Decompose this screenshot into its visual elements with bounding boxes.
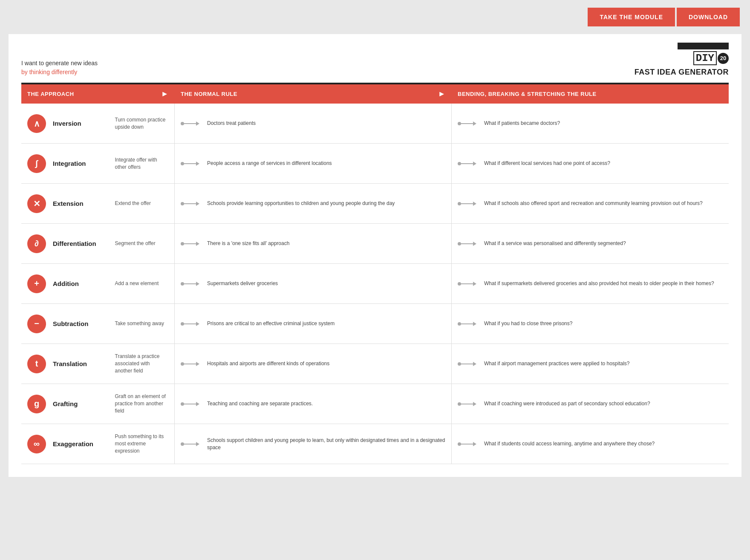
normal-rule-cell: Prisons are critical to an effective cri… [175, 304, 452, 344]
arrowhead-icon [196, 362, 199, 366]
line-icon [184, 404, 196, 404]
line-icon [461, 123, 473, 124]
arrow-connector-left [181, 362, 199, 366]
table-row: ∧ Inversion Turn common practice upside … [21, 104, 729, 144]
bending-text: What if supermarkets delivered groceries… [484, 280, 723, 287]
logo-black-bar [678, 43, 729, 49]
dot-icon [181, 122, 184, 125]
logo-area: DIY 20 FAST IDEA GENERATOR [635, 43, 729, 77]
intro-text: I want to generate new ideas by thinking… [21, 59, 98, 77]
normal-rule-text: Supermarkets deliver groceries [207, 280, 445, 287]
bending-text: What if airport management practices wer… [484, 360, 723, 367]
table-container: THE APPROACH ► THE NORMAL RULE ► BENDING… [9, 84, 741, 464]
arrowhead-icon [196, 242, 199, 246]
bending-cell: What if a service was personalised and d… [452, 224, 729, 263]
line-icon [184, 203, 196, 204]
bending-cell: What if supermarkets delivered groceries… [452, 264, 729, 303]
arrowhead-icon [196, 322, 199, 326]
line-icon [184, 163, 196, 164]
table-row: g Grafting Graft on an element of practi… [21, 384, 729, 424]
line-icon [184, 323, 196, 324]
line-icon [461, 364, 473, 364]
bending-cell: What if patients became doctors? [452, 104, 729, 143]
approach-desc: Extend the offer [113, 200, 169, 207]
normal-rule-cell: Hospitals and airports are different kin… [175, 344, 452, 384]
normal-rule-text: Doctors treat patients [207, 120, 445, 127]
arrowhead-icon [473, 242, 476, 246]
header-area: I want to generate new ideas by thinking… [9, 34, 741, 77]
approach-desc: Add a new element [113, 280, 169, 287]
bending-cell: What if students could access learning, … [452, 424, 729, 464]
approach-cell: ∧ Inversion Turn common practice upside … [21, 104, 175, 143]
arrow-connector-right [458, 362, 476, 366]
arrow-connector-right [458, 242, 476, 246]
normal-rule-text: People access a range of services in dif… [207, 160, 445, 167]
table-row: t Translation Translate a practice assoc… [21, 344, 729, 384]
normal-rule-text: Teaching and coaching are separate pract… [207, 400, 445, 407]
bending-text: What if schools also offered sport and r… [484, 200, 723, 207]
col-header-bending: BENDING, BREAKING & STRETCHING THE RULE [452, 84, 729, 104]
bending-cell: What if airport management practices wer… [452, 344, 729, 384]
arrow-connector-left [181, 162, 199, 166]
table-row: + Addition Add a new element Supermarket… [21, 264, 729, 304]
line-icon [184, 283, 196, 284]
dot-icon [181, 242, 184, 245]
dot-icon [181, 282, 184, 286]
col-header-normal: THE NORMAL RULE ► [175, 84, 452, 104]
arrowhead-icon [196, 162, 199, 166]
approach-name: Extension [53, 200, 107, 207]
normal-rule-cell: People access a range of services in dif… [175, 144, 452, 183]
normal-rule-cell: Schools provide learning opportunities t… [175, 184, 452, 223]
approach-cell: ∫ Integration Integrate offer with other… [21, 144, 175, 183]
dot-icon [458, 362, 461, 366]
arrowhead-icon [473, 442, 476, 446]
top-bar: TAKE THE MODULE DOWNLOAD [0, 0, 750, 34]
table-row: ∞ Exaggeration Push something to its mos… [21, 424, 729, 464]
normal-rule-text: Prisons are critical to an effective cri… [207, 320, 445, 327]
diy-text: DIY [693, 51, 717, 65]
approach-desc: Turn common practice upside down [113, 116, 169, 131]
normal-rule-text: Hospitals and airports are different kin… [207, 360, 445, 367]
dot-icon [181, 442, 184, 446]
approach-cell: g Grafting Graft on an element of practi… [21, 384, 175, 424]
bending-text: What if different local services had one… [484, 160, 723, 167]
col-header-approach: THE APPROACH ► [21, 84, 175, 104]
arrow-connector-left [181, 442, 199, 446]
dot-icon [458, 282, 461, 286]
arrow-connector-left [181, 202, 199, 206]
line-icon [184, 123, 196, 124]
table-row: ∫ Integration Integrate offer with other… [21, 144, 729, 184]
arrow-connector-right [458, 402, 476, 406]
arrow-connector-right [458, 322, 476, 326]
arrow-connector-left [181, 282, 199, 286]
logo-diy: DIY 20 [635, 51, 729, 65]
approach-desc: Integrate offer with other offers [113, 156, 169, 171]
arrowhead-icon [473, 121, 476, 126]
intro-line1: I want to generate new ideas [21, 59, 98, 68]
bending-text: What if students could access learning, … [484, 440, 723, 447]
line-icon [461, 203, 473, 204]
arrow-connector-left [181, 322, 199, 326]
rows-container: ∧ Inversion Turn common practice upside … [21, 104, 729, 464]
arrow-connector-right [458, 121, 476, 126]
bending-text: What if you had to close three prisons? [484, 320, 723, 327]
arrow-connector-right [458, 162, 476, 166]
approach-cell: ∂ Differentiation Segment the offer [21, 224, 175, 263]
line-icon [461, 243, 473, 244]
approach-name: Addition [53, 280, 107, 287]
line-icon [184, 444, 196, 445]
approach-icon: + [27, 274, 46, 293]
normal-rule-text: There is a 'one size fits all' approach [207, 240, 445, 247]
normal-rule-text: Schools provide learning opportunities t… [207, 200, 445, 207]
arrowhead-icon [473, 402, 476, 406]
approach-cell: ✕ Extension Extend the offer [21, 184, 175, 223]
take-module-button[interactable]: TAKE THE MODULE [588, 8, 675, 26]
line-icon [461, 163, 473, 164]
download-button[interactable]: DOWNLOAD [677, 8, 740, 26]
line-icon [184, 364, 196, 364]
arrow-connector-right [458, 282, 476, 286]
arrow-connector-left [181, 402, 199, 406]
arrow-connector-left [181, 242, 199, 246]
dot-icon [458, 242, 461, 245]
normal-rule-cell: There is a 'one size fits all' approach [175, 224, 452, 263]
